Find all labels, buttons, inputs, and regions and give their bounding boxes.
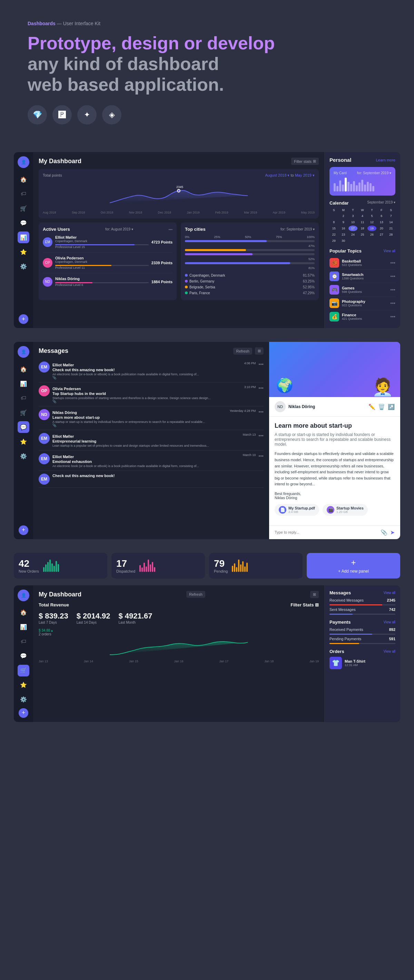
sidebar2-cart[interactable]: 🛒 xyxy=(18,407,29,418)
orders-view-all[interactable]: View all xyxy=(384,649,395,653)
cal-day-13[interactable]: 13 xyxy=(377,220,386,225)
sidebar3-cart[interactable]: 🛒 xyxy=(18,665,29,676)
calendar-period[interactable]: September 2019 ▾ xyxy=(367,200,395,205)
cal-day-25[interactable]: 25 xyxy=(358,232,367,237)
cal-hdr-m: M xyxy=(339,208,348,213)
cal-day-14[interactable]: 14 xyxy=(386,220,395,225)
message-item-6[interactable]: EM Check out this amazing new book! xyxy=(39,471,264,488)
stat-card-add[interactable]: + + Add new panel xyxy=(307,553,400,579)
sidebar2-home[interactable]: 🏠 xyxy=(18,363,29,375)
popular-topics-view-all[interactable]: View all xyxy=(384,249,395,253)
filter-stats-btn-2[interactable]: ⊞ xyxy=(310,591,319,598)
sidebar3-chart[interactable]: 📊 xyxy=(18,621,29,633)
filter-stats-btn[interactable]: Filter stats ⊞ xyxy=(291,158,319,165)
cal-day-30[interactable]: 30 xyxy=(339,238,348,243)
cal-day-27[interactable]: 27 xyxy=(377,232,386,237)
top-cities-widget: Top cities for: September 2019 ▾ 0%25%50… xyxy=(181,223,319,300)
message-item-4[interactable]: EM Elliot Møller March 13 Entrepreneuria… xyxy=(39,430,264,450)
cal-day-22[interactable]: 22 xyxy=(330,232,338,237)
topic-games: 🎮 Games 598 Questions ••• xyxy=(330,283,395,297)
message-item-2[interactable]: OP Olivia Pedersen 3:10 PM Top Startup h… xyxy=(39,383,264,406)
cal-day-24[interactable]: 24 xyxy=(349,232,357,237)
cal-day-26[interactable]: 26 xyxy=(368,232,376,237)
tool-xd[interactable]: ✦ xyxy=(77,105,97,124)
sidebar2-star[interactable]: ⭐ xyxy=(18,436,29,447)
topic-more-smartwatch[interactable]: ••• xyxy=(390,274,395,279)
active-users-more[interactable]: ••• xyxy=(168,228,172,231)
cal-day-16[interactable]: 16 xyxy=(339,226,348,231)
msg-more-3[interactable]: ••• xyxy=(258,409,264,427)
revenue-filter[interactable]: Filter Stats ⊞ xyxy=(290,602,319,608)
msg-more-4[interactable]: ••• xyxy=(258,433,264,447)
detail-edit-icon[interactable]: ✏️ xyxy=(368,404,375,410)
msg-more-2[interactable]: ••• xyxy=(258,385,264,403)
msg-more-5[interactable]: ••• xyxy=(258,453,264,468)
cal-day-15[interactable]: 15 xyxy=(330,226,338,231)
cal-day-7[interactable]: 7 xyxy=(386,213,395,219)
chart-labels: Aug 2018Sep 2018Oct 2018Nov 2018Dec 2018… xyxy=(43,211,315,214)
refresh-btn-2[interactable]: Refresh xyxy=(186,591,205,598)
tool-photoshop[interactable]: 🅿 xyxy=(53,105,72,124)
cal-day-19[interactable]: 19 xyxy=(368,226,376,231)
total-points-chart: Total points August 2018 ▾ to May 2019 ▾… xyxy=(39,169,319,218)
attachment-video[interactable]: 🎬 Startup Movies 1.20 GB xyxy=(323,504,368,516)
cal-day-23[interactable]: 23 xyxy=(339,232,348,237)
cal-day-6[interactable]: 6 xyxy=(377,213,386,219)
cal-day-3[interactable]: 3 xyxy=(349,213,357,219)
sidebar-icon-tag[interactable]: 🏷 xyxy=(18,188,29,200)
sidebar-icon-star[interactable]: ⭐ xyxy=(18,246,29,258)
sidebar-icon-cart[interactable]: 🛒 xyxy=(18,202,29,214)
sidebar3-settings[interactable]: ⚙️ xyxy=(18,694,29,705)
sidebar3-chat[interactable]: 💬 xyxy=(18,650,29,662)
detail-share-icon[interactable]: ↗️ xyxy=(388,404,395,410)
topic-more-finance[interactable]: ••• xyxy=(390,314,395,320)
payments-view-all[interactable]: View all xyxy=(384,620,395,624)
sidebar-icon-settings[interactable]: ⚙️ xyxy=(18,261,29,272)
message-item-5[interactable]: EM Elliot Møller March 10 Emotional exha… xyxy=(39,450,264,471)
cal-day-8[interactable]: 8 xyxy=(330,220,338,225)
sidebar2-settings[interactable]: ⚙️ xyxy=(18,450,29,462)
cal-day-28[interactable]: 28 xyxy=(386,232,395,237)
cal-day-29[interactable]: 29 xyxy=(330,238,338,243)
learn-more-link[interactable]: Learn more xyxy=(376,158,395,162)
tool-sketch[interactable]: 💎 xyxy=(28,105,47,124)
cal-day-20[interactable]: 20 xyxy=(377,226,386,231)
cal-day-17[interactable]: 17 xyxy=(349,226,357,231)
reply-attach-icon[interactable]: 📎 xyxy=(381,529,387,536)
cal-day-9[interactable]: 9 xyxy=(339,220,348,225)
topic-more-games[interactable]: ••• xyxy=(390,287,395,293)
cal-day-5[interactable]: 5 xyxy=(368,213,376,219)
cal-day-2[interactable]: 2 xyxy=(339,213,348,219)
detail-delete-icon[interactable]: 🗑️ xyxy=(378,404,385,410)
sidebar3-star[interactable]: ⭐ xyxy=(18,679,29,691)
sidebar2-chart[interactable]: 📊 xyxy=(18,378,29,390)
cal-day-10[interactable]: 10 xyxy=(349,220,357,225)
refresh-btn[interactable]: Refresh xyxy=(233,348,252,355)
sidebar2-chat[interactable]: 💬 xyxy=(18,421,29,433)
attachment-pdf[interactable]: 📄 My Startup.pdf 2.4 MB xyxy=(275,504,319,516)
cal-day-4[interactable]: 4 xyxy=(358,213,367,219)
messages-settings-btn[interactable]: ⊞ xyxy=(255,347,264,355)
topic-more-basketball[interactable]: ••• xyxy=(390,260,395,266)
sidebar-icon-chart[interactable]: 📊 xyxy=(18,231,29,243)
message-item-1[interactable]: EM Elliot Møller 4:06 PM Check out this … xyxy=(39,359,264,383)
cal-day-12[interactable]: 12 xyxy=(368,220,376,225)
sidebar3-add-button[interactable]: + xyxy=(19,708,28,718)
sidebar-icon-home[interactable]: 🏠 xyxy=(18,173,29,185)
reply-send-icon[interactable]: ➤ xyxy=(390,529,395,536)
topic-more-photography[interactable]: ••• xyxy=(390,301,395,306)
messages-view-all[interactable]: View all xyxy=(384,591,395,595)
sidebar3-tag[interactable]: 🏷 xyxy=(18,636,29,648)
message-item-3[interactable]: ND Niklas Döring Yesterday 4:28 PM Learn… xyxy=(39,406,264,430)
cal-day-21[interactable]: 21 xyxy=(386,226,395,231)
reply-input[interactable] xyxy=(275,530,378,535)
sidebar3-home[interactable]: 🏠 xyxy=(18,607,29,619)
sidebar2-tag[interactable]: 🏷 xyxy=(18,392,29,404)
tool-figma[interactable]: ◈ xyxy=(102,105,121,124)
sidebar2-add-button[interactable]: + xyxy=(19,525,28,535)
sidebar-add-button[interactable]: + xyxy=(19,314,28,324)
msg-more-1[interactable]: ••• xyxy=(258,361,264,379)
cal-day-11[interactable]: 11 xyxy=(358,220,367,225)
sidebar-icon-chat[interactable]: 💬 xyxy=(18,217,29,229)
cal-day-18[interactable]: 18 xyxy=(358,226,367,231)
